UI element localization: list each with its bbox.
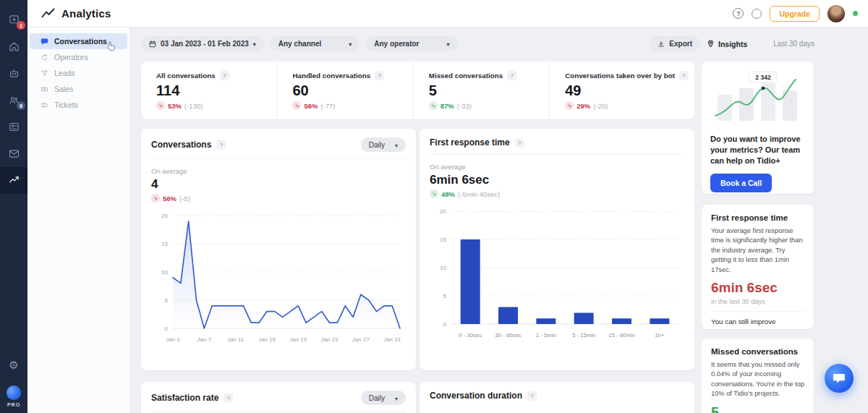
stat-delta: 29% (-20) (565, 101, 689, 110)
average-value: 6min 6sec (430, 173, 684, 187)
help-icon[interactable]: ? (733, 8, 744, 19)
chevron-down-icon (446, 40, 449, 48)
mail-icon (8, 148, 20, 160)
subnav-item-sales[interactable]: Sales (30, 81, 127, 97)
help-badge-icon[interactable] (375, 71, 384, 80)
insight-title: First response time (711, 213, 804, 222)
operators-refresh-icon (41, 54, 48, 61)
period-label: Last 30 days (773, 40, 814, 48)
trend-down-icon (151, 194, 160, 203)
stat-label: Conversations taken over by bot (565, 72, 675, 80)
avatar[interactable] (827, 5, 845, 22)
stat-handled-conversations: Handled conversations 60 56% (-77) (276, 61, 412, 119)
svg-text:0: 0 (165, 325, 169, 332)
average-label: On average (430, 163, 684, 171)
trend-down-icon (430, 190, 438, 198)
insights-button[interactable]: Insights (707, 40, 747, 48)
status-ring-icon[interactable] (752, 9, 762, 19)
contact-card-icon (8, 121, 20, 133)
ticket-icon (41, 101, 48, 109)
plan-badge: PRO (7, 402, 20, 407)
card-title: Conversations (151, 140, 211, 150)
svg-text:1 - 5min: 1 - 5min (536, 332, 556, 339)
svg-text:Jan 3: Jan 3 (166, 336, 180, 343)
topbar: Analytics ? Upgrade (27, 0, 868, 27)
stat-delta: 56% (-77) (292, 101, 407, 110)
delta-percent: 48% (441, 190, 455, 198)
export-button[interactable]: Export (650, 36, 700, 51)
stat-value: 60 (292, 82, 407, 99)
rail-mail-item[interactable] (0, 140, 27, 167)
delta-percent: 87% (441, 102, 454, 110)
trend-down-icon (292, 101, 301, 110)
help-badge-icon[interactable] (220, 71, 229, 80)
chat-bubble-icon (41, 38, 48, 46)
svg-text:5: 5 (165, 297, 169, 304)
help-badge-icon[interactable] (527, 391, 537, 401)
contacts-badge: 8 (17, 101, 25, 110)
book-a-call-button[interactable]: Book a Call (710, 174, 772, 192)
chart-delta: 48% (-5min 40sec) (430, 190, 684, 198)
channel-dropdown[interactable]: Any channel (271, 36, 359, 51)
help-badge-icon[interactable] (224, 393, 233, 403)
date-range-dropdown[interactable]: 03 Jan 2023 - 01 Feb 2023 (141, 36, 264, 51)
tidio-logo[interactable] (7, 386, 21, 400)
insight-period: in the last 30 days (711, 298, 804, 312)
svg-text:15: 15 (440, 237, 446, 243)
rail-home-item[interactable] (0, 33, 27, 60)
average-label: On average (151, 167, 406, 175)
average-value: 4 (151, 177, 406, 192)
subnav-item-leads[interactable]: Leads (30, 65, 127, 81)
rail-inbox-item[interactable]: 1 (0, 7, 27, 33)
help-badge-icon[interactable] (679, 71, 689, 80)
date-range-value: 03 Jan 2023 - 01 Feb 2023 (161, 40, 249, 48)
granularity-dropdown[interactable]: Daily (361, 391, 406, 405)
rail-analytics-item[interactable] (0, 167, 27, 194)
help-badge-icon[interactable] (216, 140, 226, 150)
card-title: Conversation duration (430, 391, 522, 401)
main-content: 03 Jan 2023 - 01 Feb 2023 Any channel An… (130, 27, 868, 413)
delta-percent: 53% (168, 102, 182, 110)
banknote-icon (41, 85, 48, 93)
delta-absolute: (-33) (457, 102, 472, 110)
help-badge-icon[interactable] (515, 138, 524, 148)
delta-percent: 56% (163, 195, 176, 203)
insight-body: Your average first response time is sign… (711, 226, 804, 275)
trend-down-icon (565, 101, 574, 110)
stat-delta: 53% (-130) (156, 101, 271, 110)
stat-label: Missed conversations (429, 72, 503, 80)
delta-absolute: (-77) (320, 102, 335, 110)
stat-missed-conversations: Missed conversations 5 87% (-33) (413, 61, 549, 119)
rail-settings-item[interactable]: ⚙ (0, 352, 27, 378)
subnav-label: Sales (54, 85, 73, 93)
insight-footer: You can still improve (711, 318, 804, 325)
stat-all-conversations: All conversations 114 53% (-130) (141, 61, 276, 119)
svg-text:Jan 19: Jan 19 (289, 336, 307, 343)
tidio-analytics-app: 1 8 ⚙ PRO Ana (0, 0, 868, 413)
rail-contacts-item[interactable]: 8 (0, 87, 27, 114)
rail-customers-item[interactable] (0, 114, 27, 140)
subnav-item-tickets[interactable]: Tickets (30, 97, 127, 113)
svg-text:Jan 27: Jan 27 (352, 336, 370, 343)
conversations-line-chart: 05101520Jan 3Jan 7Jan 11Jan 15Jan 19Jan … (151, 207, 406, 353)
stat-value: 114 (156, 82, 271, 99)
delta-absolute: (-5) (179, 195, 190, 203)
operator-dropdown[interactable]: Any operator (366, 36, 457, 51)
delta-absolute: (-130) (184, 102, 203, 110)
tidio-plus-promo-card: 2 342 Do you want to improve your metric… (702, 61, 814, 194)
svg-text:Jan 15: Jan 15 (258, 336, 276, 343)
stat-delta: 87% (-33) (429, 101, 543, 110)
delta-absolute: (-5min 40sec) (458, 190, 500, 198)
upgrade-button[interactable]: Upgrade (770, 6, 820, 22)
chat-widget-button[interactable] (825, 364, 854, 393)
insight-value: 5 (711, 404, 804, 413)
insights-label: Insights (718, 40, 747, 48)
missed-conversations-insight-card: Missed conversations It seems that you m… (702, 339, 814, 413)
svg-text:10: 10 (161, 269, 168, 276)
subnav-label: Leads (54, 69, 75, 77)
rail-chatbot-item[interactable] (0, 60, 27, 87)
left-rail: 1 8 ⚙ PRO (0, 0, 27, 413)
granularity-dropdown[interactable]: Daily (361, 137, 406, 152)
operator-value: Any operator (374, 40, 419, 48)
help-badge-icon[interactable] (507, 71, 516, 80)
